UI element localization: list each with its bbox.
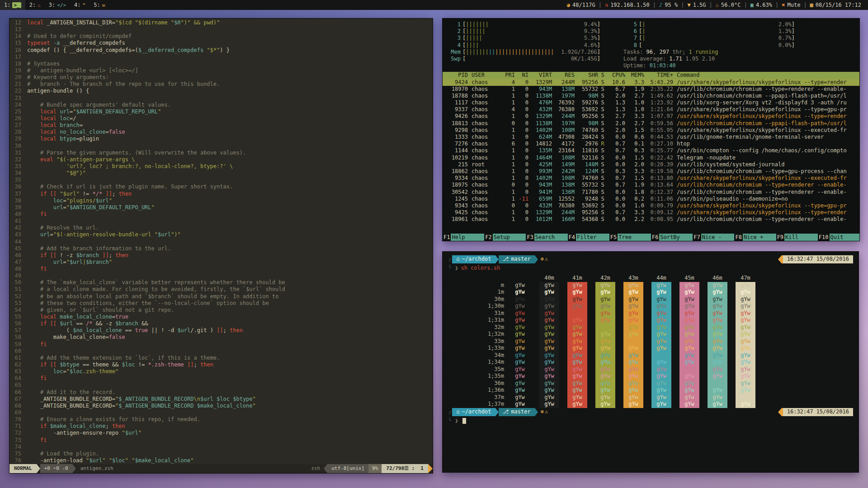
process-row[interactable]: 9343chaos00432M7638053692S0.01.00:09.79/…: [443, 202, 859, 209]
column-header-res[interactable]: RES: [552, 72, 575, 79]
fkey-F10[interactable]: F10Quit: [818, 234, 859, 241]
workspace-button-3[interactable]: 3:</>: [45, 0, 70, 10]
code-line[interactable]: 26 local loc=/: [9, 115, 433, 122]
code-line[interactable]: 24 # Bundle spec arguments' default valu…: [9, 102, 433, 108]
process-row[interactable]: 18788chaos101138M197M98MS2.02.71:49.62/u…: [443, 93, 859, 99]
workspace-button-4[interactable]: 4:❝: [70, 0, 90, 10]
fkey-F9[interactable]: F9Kill: [776, 234, 818, 241]
code-line[interactable]: 75 # Load the plugin.: [9, 450, 433, 457]
code-line[interactable]: 28 local no_local_clone=false: [9, 129, 433, 136]
process-row[interactable]: 10219chaos101464M108M52116S0.01.50:22.42…: [443, 155, 859, 161]
fkey-F5[interactable]: F5Tree: [609, 234, 651, 241]
fkey-F6[interactable]: F6SortBy: [651, 234, 693, 241]
column-header-virt[interactable]: VIRT: [528, 72, 552, 79]
process-row[interactable]: 1117chaos10476M7639259276S1.31.01:23.92/…: [443, 99, 859, 106]
fkey-F2[interactable]: F2Setup: [484, 234, 526, 241]
code-line[interactable]: 16compdef () { __deferred_compdefs=($__d…: [9, 47, 433, 54]
code-line[interactable]: 21# branch - The branch of the repo to u…: [9, 81, 433, 88]
code-line[interactable]: 68 _ANTIGEN_BUNDLE_RECORD="$_ANTIGEN_BUN…: [9, 403, 433, 409]
code-line[interactable]: 20# Keyword only arguments:: [9, 74, 433, 81]
code-line[interactable]: 52 # be an absolute local path and `$bra…: [9, 293, 433, 300]
code-line[interactable]: 19# antigen-bundle <url> [<loc>=/]: [9, 67, 433, 74]
column-header-user[interactable]: USER: [468, 72, 501, 79]
code-line[interactable]: 44: [9, 239, 433, 245]
code-line[interactable]: 57 ( $no_local_clone == true || ! -d $ur…: [9, 327, 433, 334]
workspace-button-5[interactable]: 5:✉: [90, 0, 109, 10]
fkey-F3[interactable]: F3Search: [526, 234, 567, 241]
code-line[interactable]: 33 'url?, loc? ; branch:?, no-local-clon…: [9, 163, 433, 170]
code-line[interactable]: 36 # Check if url is just the plugin nam…: [9, 183, 433, 190]
process-row[interactable]: 215root10425M149M148MS0.02.00:20.39/usr/…: [443, 161, 859, 168]
code-line[interactable]: 50 # The `make_local_clone` variable bet…: [9, 279, 433, 286]
code-editor[interactable]: 12local _ANTIGEN_INSTALL_DIR="$(cd "$(di…: [9, 19, 433, 464]
code-line[interactable]: 53 # these two conditions, either the `-…: [9, 300, 433, 307]
code-line[interactable]: 60: [9, 348, 433, 355]
column-header-pri[interactable]: PRI: [501, 72, 515, 79]
code-line[interactable]: 37 if [[ "$url" != */* ]]; then: [9, 191, 433, 197]
code-line[interactable]: 32 eval "$(-antigen-parse-args \: [9, 156, 433, 163]
process-row[interactable]: 1144chaos10135M2316411816S0.70.30:25.77/…: [443, 147, 859, 154]
code-line[interactable]: 30: [9, 143, 433, 150]
code-line[interactable]: 70 # Ensure a clone exists for this repo…: [9, 416, 433, 423]
column-header-mem[interactable]: MEM%: [625, 72, 644, 79]
code-line[interactable]: 22antigen-bundle () {: [9, 88, 433, 94]
code-line[interactable]: 13: [9, 26, 433, 33]
code-line[interactable]: 42 # Resolve the url.: [9, 225, 433, 231]
process-row[interactable]: 18862chaos10993M242M124MS0.33.30:19.58/u…: [443, 168, 859, 175]
code-line[interactable]: 38 loc="plugins/$url": [9, 197, 433, 204]
workspace-button-1[interactable]: 1:>_: [0, 0, 25, 10]
process-row[interactable]: 30542chaos10941M136M71780S0.01.80:12.37/…: [443, 189, 859, 196]
code-line[interactable]: 47 url="$url|$branch": [9, 259, 433, 266]
code-line[interactable]: 43 url="$(-antigen-resolve-bundle-url "$…: [9, 231, 433, 238]
code-line[interactable]: 48 fi: [9, 266, 433, 272]
process-row[interactable]: 1245chaos1-11659M125529248S0.00.20:11.06…: [443, 196, 859, 202]
column-header-ni[interactable]: NI: [515, 72, 528, 79]
process-row[interactable]: 9424chaos401329M244M95256S10.63.35:43.29…: [443, 79, 859, 86]
code-line[interactable]: 51 # a local clone made. For cloning to …: [9, 286, 433, 293]
code-line[interactable]: 59 fi: [9, 341, 433, 348]
code-line[interactable]: 71 if $make_local_clone; then: [9, 423, 433, 430]
process-row[interactable]: 18970chaos10943M138M55732S6.71.92:35.22/…: [443, 86, 859, 93]
code-line[interactable]: 27 local branch=: [9, 122, 433, 129]
code-line[interactable]: 17: [9, 54, 433, 61]
column-header-shr[interactable]: SHR: [575, 72, 598, 79]
column-header-state[interactable]: S: [598, 72, 607, 79]
code-line[interactable]: 46 if [[ ! -z $branch ]]; then: [9, 252, 433, 259]
code-line[interactable]: 69: [9, 409, 433, 416]
code-line[interactable]: 62 if [[ $btype == theme && $loc != *.zs…: [9, 361, 433, 368]
code-line[interactable]: 54 # given, or `$url` should not a git r…: [9, 307, 433, 314]
code-line[interactable]: 66 # Add it to the record.: [9, 389, 433, 396]
process-row[interactable]: 9334chaos101402M108M74760S0.71.50:13.80/…: [443, 175, 859, 182]
code-line[interactable]: 56 if [[ $url == /* && -z $branch &&: [9, 320, 433, 327]
code-line[interactable]: 72 -antigen-ensure-repo "$url": [9, 430, 433, 436]
code-line[interactable]: 65: [9, 382, 433, 389]
fkey-F8[interactable]: F8Nice +: [734, 234, 776, 241]
code-line[interactable]: 18# Syntaxes: [9, 61, 433, 67]
code-line[interactable]: 63 loc="$loc.zsh-theme": [9, 368, 433, 375]
column-header-cpu[interactable]: CPU%: [607, 72, 625, 79]
code-line[interactable]: 12local _ANTIGEN_INSTALL_DIR="$(cd "$(di…: [9, 19, 433, 26]
process-row[interactable]: 1333chaos10624M4730828424S0.00.60:44.53/…: [443, 134, 859, 141]
process-row[interactable]: 7276chaos601481241722976R0.70.10:27.10ht…: [443, 141, 859, 147]
code-line[interactable]: 35: [9, 177, 433, 183]
code-line[interactable]: 23: [9, 95, 433, 102]
fkey-F1[interactable]: F1Help: [443, 234, 484, 241]
process-row[interactable]: 9425chaos101329M244M95256S0.73.30:09.12/…: [443, 209, 859, 216]
code-line[interactable]: 34 "$@")": [9, 170, 433, 177]
process-row[interactable]: 18813chaos001138M197M98MS2.02.70:59.56/u…: [443, 120, 859, 127]
code-line[interactable]: 74: [9, 444, 433, 450]
code-line[interactable]: 49: [9, 272, 433, 279]
fkey-F4[interactable]: F4Filter: [568, 234, 609, 241]
code-line[interactable]: 64 fi: [9, 375, 433, 382]
code-line[interactable]: 41: [9, 218, 433, 225]
code-line[interactable]: 14# Used to defer compinit/compdef: [9, 33, 433, 40]
column-header-time[interactable]: TIME+: [644, 72, 673, 79]
code-line[interactable]: 15typeset -a __deferred_compdefs: [9, 40, 433, 47]
fkey-F7[interactable]: F7Nice -: [693, 234, 734, 241]
code-line[interactable]: 58 make_local_clone=false: [9, 334, 433, 341]
code-line[interactable]: 40 fi: [9, 211, 433, 218]
code-line[interactable]: 55 local make_local_clone=true: [9, 314, 433, 320]
process-row[interactable]: 9337chaos40432M7638053692S1.31.01:21.64/…: [443, 106, 859, 113]
code-line[interactable]: 67 _ANTIGEN_BUNDLE_RECORD="$_ANTIGEN_BUN…: [9, 396, 433, 403]
code-line[interactable]: 31 # Parse the given arguments. (Will ov…: [9, 150, 433, 156]
